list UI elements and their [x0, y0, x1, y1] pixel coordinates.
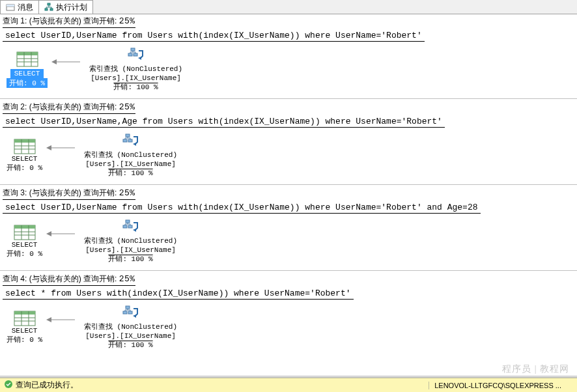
query-header-prefix: 查询 4: (与该批有关的): [3, 274, 81, 283]
tab-messages[interactable]: 消息: [0, 0, 39, 14]
plan-diagram[interactable]: SELECT 开销: 0 % 索引查找 (NonClustered) [User…: [0, 128, 577, 180]
separator: [0, 98, 577, 99]
plan-arrow: [45, 145, 76, 151]
svg-rect-18: [131, 48, 135, 51]
query-header-prefix: 查询 1: (与该批有关的): [3, 16, 81, 25]
query-sql: select * from Users with(index(IX_UserNa…: [3, 287, 354, 300]
query-block-1: 查询 1: (与该批有关的) 查询开销: 25% select UserID,U…: [0, 14, 577, 94]
svg-rect-68: [128, 311, 132, 314]
svg-marker-65: [46, 317, 51, 322]
table-result-icon: [13, 138, 36, 155]
svg-rect-50: [126, 220, 130, 223]
select-label: SELECT: [12, 155, 38, 163]
svg-rect-59: [14, 311, 35, 315]
query-cost-value: 25%: [119, 16, 135, 26]
select-label: SELECT: [10, 69, 44, 78]
index-seek-node[interactable]: 索引查找 (NonClustered) [Users].[IX_UserName…: [84, 219, 177, 264]
select-cost: 开销: 0 %: [7, 335, 42, 344]
seek-title: 索引查找 (NonClustered): [84, 322, 177, 331]
query-block-3: 查询 3: (与该批有关的) 查询开销: 25% select UserID,U…: [0, 186, 577, 266]
index-seek-icon: [122, 305, 140, 321]
svg-marker-49: [46, 231, 51, 236]
seek-object: [Users].[IX_UserName]: [85, 245, 176, 255]
seek-title: 索引查找 (NonClustered): [84, 236, 177, 245]
select-cost: 开销: 0 %: [7, 249, 42, 259]
select-node[interactable]: SELECT 开销: 0 %: [7, 310, 42, 344]
svg-rect-5: [50, 8, 53, 10]
seek-cost: 开销: 100 %: [113, 83, 158, 92]
svg-marker-33: [46, 145, 51, 150]
messages-icon: [6, 3, 15, 12]
svg-rect-3: [48, 3, 50, 5]
svg-rect-52: [128, 225, 132, 228]
svg-rect-35: [123, 139, 127, 142]
svg-rect-4: [45, 8, 48, 10]
query-cost-label: 查询开销:: [83, 102, 119, 111]
svg-rect-19: [128, 53, 132, 56]
svg-marker-25: [138, 57, 141, 60]
table-result-icon: [13, 224, 36, 241]
svg-rect-43: [14, 225, 35, 229]
seek-cost: 开销: 100 %: [108, 341, 152, 350]
execution-plan-icon: [44, 3, 53, 12]
query-sql: select UserID,UserName from Users with(i…: [3, 29, 425, 42]
seek-cost: 开销: 100 %: [108, 169, 152, 178]
seek-cost: 开销: 100 %: [108, 255, 152, 264]
query-header: 查询 4: (与该批有关的) 查询开销: 25%: [0, 272, 577, 287]
query-cost-label: 查询开销:: [83, 274, 119, 283]
svg-marker-57: [133, 229, 136, 232]
query-cost-label: 查询开销:: [83, 16, 119, 25]
query-sql: select UserID,UserName from Users with(i…: [3, 201, 481, 214]
select-node[interactable]: SELECT 开销: 0 %: [7, 224, 42, 259]
seek-object: [Users].[IX_UserName]: [91, 74, 181, 83]
svg-rect-27: [14, 139, 35, 143]
success-icon: [4, 380, 13, 391]
query-header: 查询 2: (与该批有关的) 查询开销: 25%: [0, 100, 577, 115]
select-node[interactable]: SELECT 开销: 0 %: [7, 51, 48, 88]
separator: [0, 184, 577, 185]
seek-title: 索引查找 (NonClustered): [89, 64, 182, 74]
index-seek-icon: [122, 133, 140, 149]
tab-execution-plan[interactable]: 执行计划: [38, 0, 93, 14]
select-cost: 开销: 0 %: [7, 78, 48, 88]
seek-object: [Users].[IX_UserName]: [85, 160, 176, 169]
status-bar: 查询已成功执行。 LENOVOL-LLTGFCQ\SQLEXPRESS ...: [0, 378, 577, 392]
svg-marker-17: [51, 59, 57, 64]
tab-messages-label: 消息: [18, 2, 33, 13]
plan-diagram[interactable]: SELECT 开销: 0 % 索引查找 (NonClustered) [User…: [0, 300, 577, 352]
plan-arrow: [50, 59, 81, 65]
svg-rect-20: [134, 53, 137, 56]
select-node[interactable]: SELECT 开销: 0 %: [7, 138, 42, 173]
tab-execution-plan-label: 执行计划: [56, 2, 87, 13]
index-seek-node[interactable]: 索引查找 (NonClustered) [Users].[IX_UserName…: [84, 305, 177, 350]
status-server: LENOVOL-LLTGFCQ\SQLEXPRESS ...: [429, 382, 567, 389]
status-text: 查询已成功执行。: [16, 380, 78, 391]
query-header-prefix: 查询 2: (与该批有关的): [3, 102, 81, 111]
select-label: SELECT: [12, 327, 38, 335]
seek-object: [Users].[IX_UserName]: [85, 331, 176, 341]
svg-rect-36: [128, 139, 132, 142]
query-cost-value: 25%: [119, 102, 135, 112]
plan-diagram[interactable]: SELECT 开销: 0 % 索引查找 (NonClustered) [User…: [0, 214, 577, 266]
table-result-icon: [16, 51, 39, 68]
index-seek-node[interactable]: 索引查找 (NonClustered) [Users].[IX_UserName…: [89, 47, 182, 92]
query-block-2: 查询 2: (与该批有关的) 查询开销: 25% select UserID,U…: [0, 100, 577, 180]
svg-rect-67: [123, 311, 127, 314]
plan-diagram[interactable]: SELECT 开销: 0 % 索引查找 (NonClustered) [User…: [0, 42, 577, 94]
svg-rect-66: [126, 306, 130, 309]
index-seek-node[interactable]: 索引查找 (NonClustered) [Users].[IX_UserName…: [84, 133, 177, 178]
query-header: 查询 1: (与该批有关的) 查询开销: 25%: [0, 14, 577, 29]
svg-rect-11: [17, 52, 38, 55]
separator: [0, 270, 577, 271]
execution-plan-pane: 查询 1: (与该批有关的) 查询开销: 25% select UserID,U…: [0, 14, 577, 378]
seek-title: 索引查找 (NonClustered): [84, 150, 177, 160]
select-cost: 开销: 0 %: [7, 163, 42, 173]
query-header: 查询 3: (与该批有关的) 查询开销: 25%: [0, 186, 577, 201]
query-cost-value: 25%: [119, 188, 135, 198]
query-sql: select UserID,UserName,Age from Users wi…: [3, 115, 445, 128]
plan-arrow: [45, 231, 76, 237]
query-header-prefix: 查询 3: (与该批有关的): [3, 188, 81, 197]
index-seek-icon: [122, 219, 140, 235]
table-result-icon: [13, 310, 36, 327]
select-label: SELECT: [12, 241, 38, 249]
